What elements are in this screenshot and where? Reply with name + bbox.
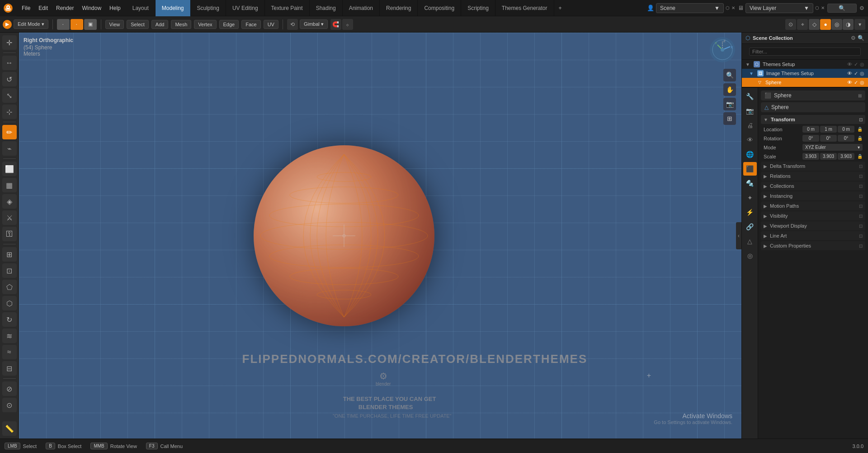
offset-tool[interactable]: ◈ — [2, 194, 17, 209]
eye-icon-3[interactable]: 👁 — [847, 80, 852, 86]
bevel-tool[interactable]: ⬠ — [2, 280, 17, 294]
snap-options[interactable]: ⬦ — [342, 19, 353, 30]
blender-logo[interactable] — [0, 0, 16, 16]
scale-tool[interactable]: ⤡ — [2, 88, 17, 103]
rotation-z[interactable]: 0° — [838, 135, 854, 142]
eye-icon[interactable]: 👁 — [847, 62, 852, 67]
object-name-field[interactable]: ⬛ Sphere ⊞ — [761, 91, 865, 100]
collections-section[interactable]: ▶ Collections ⊡ — [761, 181, 865, 191]
expand-object-icon[interactable]: ⊞ — [858, 93, 862, 98]
wireframe-mode[interactable]: ◇ — [809, 19, 820, 30]
render-icon[interactable]: ◎ — [860, 62, 864, 67]
rotation-y[interactable]: 0° — [820, 135, 837, 142]
view-layer-dropdown[interactable]: View Layer ▼ — [745, 3, 813, 13]
prop-modifier-tab[interactable]: 🔩 — [743, 176, 757, 190]
select-icon[interactable]: ✓ — [854, 62, 858, 67]
visibility-expand[interactable]: ⊡ — [859, 214, 863, 219]
vertex-mode-btn[interactable]: ⬝ — [57, 19, 70, 30]
search-bar[interactable]: 🔍 — [827, 4, 857, 13]
move-tool[interactable]: ↔ — [2, 56, 17, 70]
tab-layout[interactable]: Layout — [126, 0, 156, 16]
prop-material-tab[interactable]: ◎ — [743, 249, 757, 262]
menu-file[interactable]: File — [18, 3, 34, 13]
filter-icon[interactable]: ⚙ — [859, 5, 864, 11]
scale-x[interactable]: 3.903 — [802, 153, 819, 160]
transform-orientation[interactable]: Gimbal ▾ — [300, 19, 328, 29]
mode-dropdown[interactable]: XYZ Euler ▾ — [802, 144, 863, 151]
prop-physics-tab[interactable]: ⚡ — [743, 205, 757, 219]
loop-tool[interactable]: ⬡ — [2, 296, 17, 310]
extrude-tool[interactable]: ⊞ — [2, 247, 17, 262]
viewport-display-section[interactable]: ▶ Viewport Display ⊡ — [761, 221, 865, 230]
shear-tool[interactable]: ⊘ — [2, 381, 17, 396]
mesh-menu[interactable]: Mesh — [171, 20, 191, 29]
prop-output-tab[interactable]: 🖨 — [743, 119, 757, 132]
tab-rendering[interactable]: Rendering — [380, 0, 418, 16]
scale-z[interactable]: 3.903 — [838, 153, 854, 160]
tab-shading[interactable]: Shading — [310, 0, 343, 16]
tab-animation[interactable]: Animation — [343, 0, 380, 16]
mode-select[interactable]: Edit Mode ▾ — [14, 19, 48, 29]
prop-scene-tab[interactable]: 🔧 — [743, 90, 757, 103]
menu-help[interactable]: Help — [106, 3, 124, 13]
delta-expand[interactable]: ⊡ — [859, 164, 863, 169]
rotate-tool[interactable]: ↺ — [2, 72, 17, 86]
prop-view-layer-tab[interactable]: 👁 — [743, 133, 757, 147]
overlay-toggle[interactable]: ⊙ — [785, 19, 796, 30]
outliner-filter-icon2[interactable]: 🔍 — [858, 35, 864, 41]
randomize-tool[interactable]: ≈ — [2, 345, 17, 359]
zoom-to-selected-btn[interactable]: 🔍 — [723, 69, 736, 81]
camera-btn[interactable]: 📷 — [723, 98, 736, 110]
outliner-item-themes-setup[interactable]: ▼ ⬡ Themes Setup 👁 ✓ ◎ — [742, 60, 868, 69]
pan-btn[interactable]: ✋ — [723, 83, 736, 96]
prop-data-tab[interactable]: △ — [743, 234, 757, 248]
render-icon-3[interactable]: ◎ — [860, 80, 864, 86]
tab-uv-editing[interactable]: UV Editing — [226, 0, 265, 16]
shading-options[interactable]: ▾ — [854, 19, 865, 30]
menu-render[interactable]: Render — [52, 3, 77, 13]
smooth-tool[interactable]: ≋ — [2, 329, 17, 343]
annotate-tool[interactable]: ⌁ — [2, 141, 17, 156]
draw-tool[interactable]: ✏ — [2, 125, 17, 139]
transform-expand[interactable]: ⊡ — [859, 117, 863, 122]
viewport-display-expand[interactable]: ⊡ — [859, 224, 863, 229]
select-icon-3[interactable]: ✓ — [854, 80, 858, 86]
prop-world-tab[interactable]: 🌐 — [743, 148, 757, 161]
select-icon-2[interactable]: ✓ — [854, 71, 858, 76]
gizmo-toggle[interactable]: ⌖ — [797, 19, 808, 30]
viewport[interactable]: Right Orthographic (54) Sphere Meters X … — [19, 33, 741, 439]
prop-object-tab[interactable]: ⬛ — [743, 162, 757, 176]
measure-tool[interactable]: 📏 — [2, 421, 17, 436]
transform-tool[interactable]: ⊹ — [2, 105, 17, 119]
tab-themes-generator[interactable]: Themes Generator — [495, 0, 554, 16]
knife-tool[interactable]: ⚔ — [2, 210, 17, 225]
location-z[interactable]: 0 m — [838, 126, 854, 133]
transform-icon[interactable]: ⟲ — [287, 19, 298, 30]
magnet-icon[interactable]: 🧲 — [330, 19, 341, 30]
face-menu[interactable]: Face — [241, 20, 260, 29]
material-mode[interactable]: ◎ — [831, 19, 842, 30]
box-tool[interactable]: ⬜ — [2, 162, 17, 176]
axis-indicator[interactable]: X Y Z — [710, 37, 737, 64]
motion-paths-expand[interactable]: ⊡ — [859, 204, 863, 209]
relations-expand[interactable]: ⊡ — [859, 174, 863, 179]
shrink-tool[interactable]: ⊙ — [2, 398, 17, 412]
tab-compositing[interactable]: Compositing — [418, 0, 461, 16]
collections-expand[interactable]: ⊡ — [859, 184, 863, 189]
rotation-x[interactable]: 0° — [802, 135, 819, 142]
outliner-item-sphere[interactable]: ▽ Sphere 👁 ✓ ◎ — [742, 78, 868, 87]
tab-texture-paint[interactable]: Texture Paint — [265, 0, 310, 16]
menu-window[interactable]: Window — [78, 3, 105, 13]
scene-dropdown[interactable]: Scene ▼ — [656, 3, 724, 13]
add-menu[interactable]: Add — [151, 20, 169, 29]
scale-lock[interactable]: 🔒 — [857, 154, 863, 159]
grid-btn[interactable]: ⊞ — [723, 112, 736, 125]
location-y[interactable]: 1 m — [820, 126, 837, 133]
render-icon-2[interactable]: ◎ — [860, 71, 864, 76]
cursor-tool[interactable]: ✛ — [2, 35, 17, 50]
edge-mode-btn[interactable]: ⬞ — [71, 19, 83, 30]
prop-render-tab[interactable]: 📷 — [743, 104, 757, 118]
prop-particles-tab[interactable]: ✦ — [743, 191, 757, 205]
instancing-section[interactable]: ▶ Instancing ⊡ — [761, 191, 865, 200]
view-menu[interactable]: View — [105, 20, 124, 29]
